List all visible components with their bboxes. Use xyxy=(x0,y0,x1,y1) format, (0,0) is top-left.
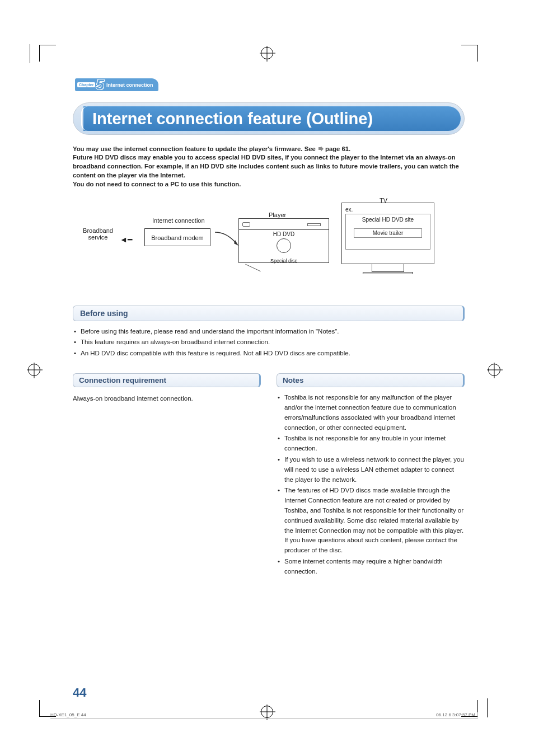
list-item: An HD DVD disc compatible with this feat… xyxy=(73,349,465,359)
list-item: Some internet contents may require a hig… xyxy=(277,557,465,577)
print-footer: HD-XE1_05_E 44 06.12.6 3:07:57 PM xyxy=(50,712,478,719)
page-ref-arrow-icon xyxy=(317,145,324,152)
chapter-label: Internet connection xyxy=(106,82,153,88)
diagram-movie-trailer-label: Movie trailer xyxy=(354,228,422,238)
intro-text: You may use the internet connection feat… xyxy=(73,145,465,189)
list-item: Toshiba is not responsible for any malfu… xyxy=(277,393,465,433)
col-connection-requirement: Connection requirement Always-on broadba… xyxy=(73,373,261,578)
diagram-ex-label: ex. xyxy=(345,206,353,213)
footer-right: 06.12.6 3:07:57 PM xyxy=(436,712,478,717)
registration-mark-top xyxy=(261,47,273,59)
col-notes: Notes Toshiba is not responsible for any… xyxy=(277,373,465,578)
page-number: 44 xyxy=(73,685,86,700)
chapter-word: Chapter xyxy=(77,82,95,87)
registration-mark-left xyxy=(28,364,40,376)
intro-line1a: You may use the internet connection feat… xyxy=(73,145,317,152)
section-before-using-title: Before using xyxy=(73,306,465,321)
diagram-special-site-label: Special HD DVD site xyxy=(362,217,414,223)
disc-icon xyxy=(277,238,291,253)
intro-line2: Future HD DVD discs may enable you to ac… xyxy=(73,154,459,179)
before-using-list: Before using this feature, please read a… xyxy=(73,327,465,359)
diagram-special-disc-label: Special disc xyxy=(239,258,329,264)
crop-mark-tr xyxy=(461,45,478,62)
diagram-broadband-label: Broadband service xyxy=(78,227,118,241)
intro-line3: You do not need to connect to a PC to us… xyxy=(73,181,241,187)
chapter-tab: Chapter 5 Internet connection xyxy=(75,78,158,91)
arrow-left-icon: ◄━ xyxy=(120,235,132,244)
title-bar: Internet connection feature (Outline) xyxy=(73,102,465,135)
section-connection-req-title: Connection requirement xyxy=(73,373,261,387)
diagram-player-box: HD DVD Special disc xyxy=(238,218,329,263)
footer-left: HD-XE1_05_E 44 xyxy=(50,712,86,717)
diagram-modem-box: Broadband modem xyxy=(144,228,210,246)
connection-diagram: TV Player Internet connection Broadband … xyxy=(73,200,465,290)
list-item: Before using this feature, please read a… xyxy=(73,327,465,337)
diagram-player-label: Player xyxy=(269,212,286,218)
arrow-curve-icon xyxy=(214,231,238,251)
list-item: The features of HD DVD discs made availa… xyxy=(277,486,465,556)
list-item: If you wish to use a wireless network to… xyxy=(277,455,465,485)
registration-mark-right xyxy=(488,364,500,376)
chapter-number: 5 xyxy=(96,79,104,90)
list-item: This feature requires an always-on broad… xyxy=(73,337,465,348)
crop-mark-tl xyxy=(39,45,56,62)
page-title: Internet connection feature (Outline) xyxy=(83,106,461,131)
connection-req-body: Always-on broadband internet connection. xyxy=(73,394,261,403)
section-notes-title: Notes xyxy=(277,373,465,387)
diagram-tv-box: ex. Special HD DVD site Movie trailer xyxy=(341,203,434,279)
diagram-hddvd-label: HD DVD xyxy=(273,231,294,237)
intro-line1b: page 61. xyxy=(325,145,350,152)
diagram-connection-label: Internet connection xyxy=(152,217,205,224)
notes-list: Toshiba is not responsible for any malfu… xyxy=(277,393,465,577)
list-item: Toshiba is not responsible for any troub… xyxy=(277,434,465,454)
page-content: Chapter 5 Internet connection Internet c… xyxy=(73,78,465,578)
